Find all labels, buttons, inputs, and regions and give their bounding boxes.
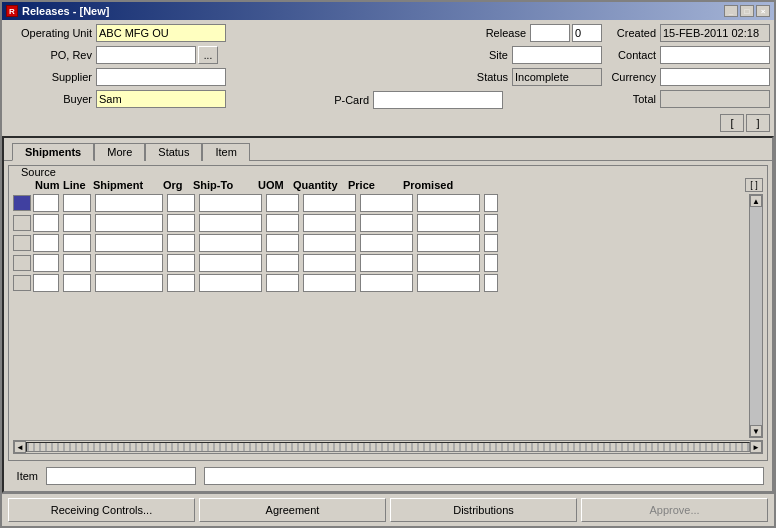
cell-price-1[interactable] bbox=[360, 194, 413, 212]
vertical-scrollbar[interactable]: ▲ ▼ bbox=[749, 194, 763, 438]
cell-org-1[interactable] bbox=[167, 194, 195, 212]
cell-promised-3[interactable] bbox=[417, 234, 480, 252]
col-extra-button[interactable]: [ ] bbox=[745, 178, 763, 192]
release-input1[interactable] bbox=[530, 24, 570, 42]
cell-uom-4[interactable] bbox=[266, 254, 299, 272]
tab-item[interactable]: Item bbox=[202, 143, 249, 161]
cell-quantity-2[interactable] bbox=[303, 214, 356, 232]
cell-shipment-2[interactable] bbox=[95, 214, 163, 232]
operating-unit-input[interactable] bbox=[96, 24, 226, 42]
cell-org-2[interactable] bbox=[167, 214, 195, 232]
cell-line-3[interactable] bbox=[63, 234, 91, 252]
row-selector-active[interactable] bbox=[13, 195, 31, 211]
minimize-button[interactable]: _ bbox=[724, 5, 738, 17]
cell-num-3[interactable] bbox=[33, 234, 59, 252]
cell-shipment-4[interactable] bbox=[95, 254, 163, 272]
receiving-controls-button[interactable]: Receiving Controls... bbox=[8, 498, 195, 522]
cell-promised-2[interactable] bbox=[417, 214, 480, 232]
row-po-rev: PO, Rev ... Site Contact bbox=[6, 46, 770, 66]
title-bar-controls: _ □ × bbox=[724, 5, 770, 17]
cell-price-5[interactable] bbox=[360, 274, 413, 292]
col-num: Num bbox=[33, 178, 61, 192]
scroll-right-button[interactable]: ► bbox=[750, 441, 762, 453]
tab-more[interactable]: More bbox=[94, 143, 145, 161]
scroll-left-button[interactable]: ◄ bbox=[14, 441, 26, 453]
cell-line-1[interactable] bbox=[63, 194, 91, 212]
site-input[interactable] bbox=[512, 46, 602, 64]
item-input1[interactable] bbox=[46, 467, 196, 485]
maximize-button[interactable]: □ bbox=[740, 5, 754, 17]
item-input2[interactable] bbox=[204, 467, 764, 485]
po-lookup-button[interactable]: ... bbox=[198, 46, 218, 64]
cell-uom-5[interactable] bbox=[266, 274, 299, 292]
cell-org-5[interactable] bbox=[167, 274, 195, 292]
tab-bar: Shipments More Status Item bbox=[4, 138, 772, 160]
supplier-input[interactable] bbox=[96, 68, 226, 86]
cell-org-4[interactable] bbox=[167, 254, 195, 272]
bracket-right-button[interactable]: ] bbox=[746, 114, 770, 132]
cell-org-3[interactable] bbox=[167, 234, 195, 252]
cell-extra-2[interactable] bbox=[484, 214, 498, 232]
col-line: Line bbox=[61, 178, 91, 192]
row-selector-3[interactable] bbox=[13, 235, 31, 251]
cell-num-5[interactable] bbox=[33, 274, 59, 292]
cell-shipto-2[interactable] bbox=[199, 214, 262, 232]
tab-status[interactable]: Status bbox=[145, 143, 202, 161]
currency-input[interactable] bbox=[660, 68, 770, 86]
cell-promised-1[interactable] bbox=[417, 194, 480, 212]
cell-extra-1[interactable] bbox=[484, 194, 498, 212]
cell-num-4[interactable] bbox=[33, 254, 59, 272]
cell-uom-2[interactable] bbox=[266, 214, 299, 232]
cell-shipment-5[interactable] bbox=[95, 274, 163, 292]
scroll-up-button[interactable]: ▲ bbox=[750, 195, 762, 207]
cell-quantity-4[interactable] bbox=[303, 254, 356, 272]
bracket-left-button[interactable]: [ bbox=[720, 114, 744, 132]
cell-price-4[interactable] bbox=[360, 254, 413, 272]
cell-price-2[interactable] bbox=[360, 214, 413, 232]
row-selector-4[interactable] bbox=[13, 255, 31, 271]
cell-price-3[interactable] bbox=[360, 234, 413, 252]
cell-uom-3[interactable] bbox=[266, 234, 299, 252]
pcard-input[interactable] bbox=[373, 91, 503, 109]
operating-unit-label: Operating Unit bbox=[6, 27, 96, 39]
cell-line-4[interactable] bbox=[63, 254, 91, 272]
po-input[interactable] bbox=[96, 46, 196, 64]
row-selector-2[interactable] bbox=[13, 215, 31, 231]
contact-input[interactable] bbox=[660, 46, 770, 64]
cell-shipto-4[interactable] bbox=[199, 254, 262, 272]
cell-line-2[interactable] bbox=[63, 214, 91, 232]
cell-extra-4[interactable] bbox=[484, 254, 498, 272]
approve-button[interactable]: Approve... bbox=[581, 498, 768, 522]
cell-shipment-1[interactable] bbox=[95, 194, 163, 212]
po-rev-label: PO, Rev bbox=[6, 49, 96, 61]
cell-shipto-3[interactable] bbox=[199, 234, 262, 252]
scroll-track-h[interactable] bbox=[26, 442, 750, 452]
horizontal-scrollbar[interactable]: ◄ ► bbox=[13, 440, 763, 454]
release-input2[interactable] bbox=[572, 24, 602, 42]
cell-quantity-3[interactable] bbox=[303, 234, 356, 252]
cell-promised-4[interactable] bbox=[417, 254, 480, 272]
cell-shipment-3[interactable] bbox=[95, 234, 163, 252]
cell-quantity-5[interactable] bbox=[303, 274, 356, 292]
item-row: Item bbox=[8, 465, 768, 487]
currency-label: Currency bbox=[610, 71, 660, 83]
cell-quantity-1[interactable] bbox=[303, 194, 356, 212]
scroll-down-button[interactable]: ▼ bbox=[750, 425, 762, 437]
scroll-track-v[interactable] bbox=[750, 207, 762, 425]
row-selector-5[interactable] bbox=[13, 275, 31, 291]
cell-line-5[interactable] bbox=[63, 274, 91, 292]
cell-shipto-5[interactable] bbox=[199, 274, 262, 292]
cell-num-1[interactable] bbox=[33, 194, 59, 212]
cell-extra-3[interactable] bbox=[484, 234, 498, 252]
buyer-input[interactable] bbox=[96, 90, 226, 108]
cell-num-2[interactable] bbox=[33, 214, 59, 232]
cell-shipto-1[interactable] bbox=[199, 194, 262, 212]
distributions-button[interactable]: Distributions bbox=[390, 498, 577, 522]
cell-uom-1[interactable] bbox=[266, 194, 299, 212]
cell-extra-5[interactable] bbox=[484, 274, 498, 292]
close-button[interactable]: × bbox=[756, 5, 770, 17]
agreement-button[interactable]: Agreement bbox=[199, 498, 386, 522]
contact-row: Contact bbox=[610, 46, 770, 64]
tab-shipments[interactable]: Shipments bbox=[12, 143, 94, 161]
cell-promised-5[interactable] bbox=[417, 274, 480, 292]
